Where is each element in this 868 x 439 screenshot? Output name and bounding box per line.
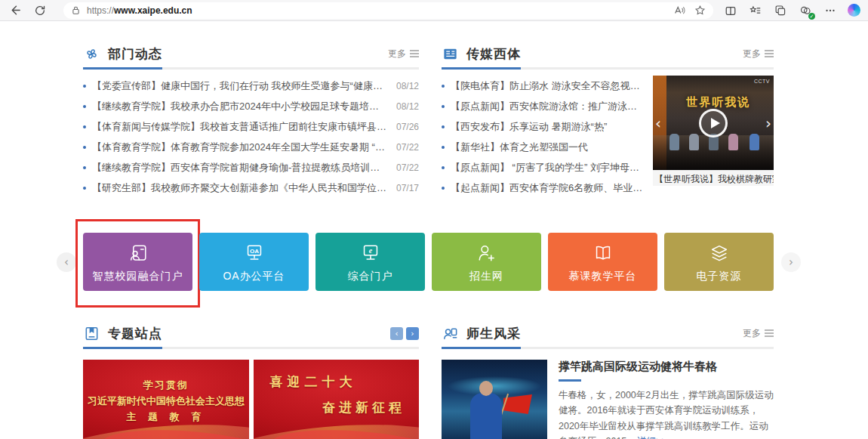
- essentials-check-icon: ✓: [808, 13, 815, 20]
- bullet-icon: [442, 85, 445, 88]
- pinwheel-icon: [83, 45, 100, 63]
- section-dept-news: 部门动态 更多 【党委宣传部】健康中国行，我们在行动 我校师生受邀参与“健康中.…: [83, 42, 419, 198]
- bullet-icon: [442, 146, 445, 149]
- news-item-link[interactable]: 【继续教育学院】西安体育学院首期健身瑜伽-普拉提教练员培训班开班...07/22: [83, 157, 419, 178]
- refresh-icon[interactable]: [32, 3, 48, 18]
- bullet-icon: [83, 166, 86, 169]
- profile-article: 撑竿跳高国际级运动健将牛春格 牛春格，女，2000年2月出生，撑竿跳高国际级运动…: [559, 360, 774, 439]
- news-item-link[interactable]: 【体育教育学院】体育教育学院参加2024年全国大学生延安暑期 “三下...07/…: [83, 137, 419, 157]
- article-body: 牛春格，女，2000年2月出生，撑竿跳高国际级运动健将。2016年就读于西安体育…: [559, 388, 774, 439]
- news-item-link[interactable]: 【党委宣传部】健康中国行，我们在行动 我校师生受邀参与“健康中...08/12: [83, 76, 419, 96]
- back-icon[interactable]: [8, 3, 23, 18]
- topics-prev-button[interactable]: ‹: [390, 327, 403, 340]
- bullet-icon: [83, 105, 86, 108]
- topic-banner-20th-congress[interactable]: 喜迎二十大 奋进新征程: [254, 360, 420, 439]
- split-screen-icon[interactable]: [723, 3, 738, 18]
- list-menu-icon: [765, 329, 774, 337]
- news-item-link[interactable]: 【体育新闻与传媒学院】我校首支普通话推广团前往安康市镇坪县开展“推普助...07…: [83, 116, 419, 137]
- section-rule: [442, 347, 774, 349]
- carousel-next-button[interactable]: ›: [781, 252, 801, 272]
- tile-digital-resources[interactable]: 电子资源: [664, 233, 774, 291]
- profiles-more-link[interactable]: 更多: [743, 327, 774, 340]
- oa-monitor-icon: OA: [242, 241, 266, 265]
- section-rule: [83, 347, 419, 349]
- tile-oa-office-platform[interactable]: OA OA办公平台: [199, 233, 309, 291]
- section-profiles: 师生风采 更多 撑竿跳高国际级运动健将牛春格 牛春格，: [442, 321, 774, 439]
- video-caption[interactable]: 【世界听我说】我校棋牌教研室主任李...: [653, 170, 774, 186]
- news-item-link[interactable]: 【研究生部】我校教师齐聚交大创新港参加《中华人民共和国学位法...07/17: [83, 178, 419, 198]
- news-item-link[interactable]: 【西安发布】乐享运动 暑期游泳“热”: [442, 116, 645, 137]
- address-bar[interactable]: https://www.xaipe.edu.cn: [63, 2, 713, 19]
- section-title-profiles: 师生风采: [466, 325, 521, 342]
- bullet-icon: [442, 166, 445, 169]
- section-rule: [442, 67, 774, 70]
- page-content: 部门动态 更多 【党委宣传部】健康中国行，我们在行动 我校师生受邀参与“健康中.…: [83, 21, 774, 439]
- favorite-star-icon[interactable]: [694, 5, 706, 16]
- section-media-news: 传媒西体 更多 【陕电体育】防止溺水 游泳安全不容忽视！#... 【原点新闻】西…: [442, 42, 774, 198]
- video-carousel: CCTV 世界听我说 ‹ › 【世界听我说】我校棋牌教研室主任李...: [653, 76, 774, 198]
- news-item-link[interactable]: 【起点新闻】西安体育学院6名教师、毕业生征...: [442, 178, 645, 198]
- e-monitor-icon: e: [359, 241, 383, 265]
- news-item-link[interactable]: 【原点新闻】西安体院游泳馆：推广游泳运动 ...: [442, 96, 645, 116]
- bookmark-page-icon: [83, 325, 100, 342]
- layers-icon: [707, 241, 731, 265]
- bullet-icon: [83, 187, 86, 190]
- tile-admissions-site[interactable]: 招生网: [432, 233, 541, 291]
- lock-icon[interactable]: [71, 5, 81, 15]
- china-flag-decor: [503, 394, 532, 414]
- list-menu-icon: [765, 50, 774, 57]
- bullet-icon: [442, 187, 445, 190]
- dept-news-list: 【党委宣传部】健康中国行，我们在行动 我校师生受邀参与“健康中...08/12 …: [83, 76, 419, 198]
- bullet-icon: [442, 125, 445, 128]
- copilot-icon[interactable]: [848, 4, 860, 17]
- url-text[interactable]: https://www.xaipe.edu.cn: [87, 5, 667, 16]
- tile-integrated-portal[interactable]: e 综合门户: [315, 233, 425, 291]
- open-book-icon: [591, 241, 615, 265]
- svg-text:e: e: [368, 246, 372, 255]
- quick-links-carousel: ‹ 智慧校园融合门户 OA OA办公平台: [83, 233, 774, 291]
- tile-smart-campus-portal[interactable]: 智慧校园融合门户: [83, 233, 192, 291]
- news-item-link[interactable]: 【新华社】体育之光塑强国一代: [442, 137, 645, 157]
- video-prev-icon[interactable]: ‹: [655, 114, 661, 132]
- person-plus-icon: [475, 241, 499, 265]
- dept-news-more-link[interactable]: 更多: [388, 48, 419, 60]
- favorites-bar-icon[interactable]: [748, 3, 763, 18]
- news-item-link[interactable]: 【陕电体育】防止溺水 游泳安全不容忽视！#...: [442, 76, 645, 96]
- newspaper-icon: [442, 45, 459, 63]
- media-news-more-link[interactable]: 更多: [743, 48, 774, 60]
- topic-banner-theme-education[interactable]: 学习贯彻 习近平新时代中国特色社会主义思想 主 题 教 育: [83, 360, 249, 439]
- bullet-icon: [442, 105, 445, 108]
- person-badge-icon: [442, 325, 459, 342]
- collections-icon[interactable]: [773, 3, 788, 18]
- carousel-prev-button[interactable]: ‹: [57, 252, 76, 272]
- bullet-icon: [83, 125, 86, 128]
- article-title[interactable]: 撑竿跳高国际级运动健将牛春格: [559, 360, 774, 374]
- bullet-icon: [83, 146, 86, 149]
- profile-photo[interactable]: [442, 360, 547, 439]
- svg-text:OA: OA: [250, 247, 259, 254]
- section-title-topic-sites: 专题站点: [108, 325, 162, 342]
- read-aloud-icon[interactable]: [673, 5, 685, 17]
- detail-link[interactable]: 详细>>: [637, 436, 667, 439]
- browser-essentials-icon[interactable]: ✓: [798, 3, 813, 18]
- video-next-icon[interactable]: ›: [765, 114, 771, 132]
- article-title-underline: [559, 379, 581, 382]
- news-item-link[interactable]: 【继续教育学院】我校承办合肥市2024年中小学校园足球专题培训班08/12: [83, 96, 419, 116]
- section-title-dept-news: 部门动态: [108, 45, 162, 63]
- list-menu-icon: [410, 50, 419, 57]
- tile-mooc-platform[interactable]: 慕课教学平台: [548, 233, 657, 291]
- topics-next-button[interactable]: ›: [406, 327, 419, 340]
- section-rule: [83, 67, 419, 70]
- more-menu-icon[interactable]: [823, 3, 838, 18]
- video-overlay-title: 世界听我说: [686, 95, 750, 110]
- cctv-logo: CCTV: [754, 79, 770, 84]
- play-button[interactable]: [699, 109, 728, 138]
- id-badge-person-icon: [126, 241, 150, 265]
- browser-toolbar: https://www.xaipe.edu.cn ✓: [0, 0, 868, 21]
- video-thumbnail[interactable]: CCTV 世界听我说 ‹ ›: [653, 76, 774, 170]
- section-title-media-news: 传媒西体: [466, 45, 521, 63]
- news-item-link[interactable]: 【原点新闻】 “厉害了我的学生” 刘宇坤母校...: [442, 157, 645, 178]
- media-news-list: 【陕电体育】防止溺水 游泳安全不容忽视！#... 【原点新闻】西安体院游泳馆：推…: [442, 76, 645, 198]
- section-topic-sites: 专题站点 ‹ › 学习贯彻 习近平新时代中国特色社会主义思想 主 题 教 育: [83, 321, 419, 439]
- bullet-icon: [83, 85, 86, 88]
